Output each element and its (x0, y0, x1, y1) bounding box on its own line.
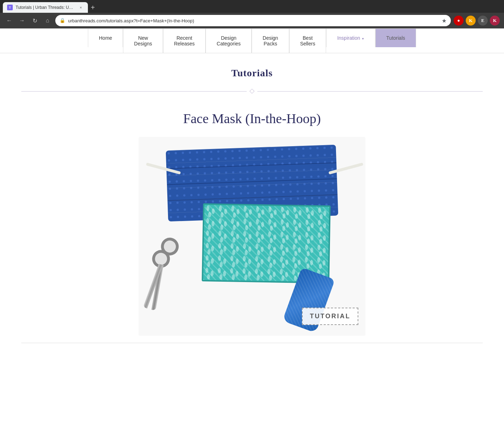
nav-item-recent-releases: RecentReleases (163, 29, 206, 53)
url-text: urbanthreads.com/tutorials.aspx?t=Face+M… (68, 18, 439, 23)
nav-link-design-categories[interactable]: DesignCategories (206, 29, 252, 53)
back-button[interactable]: ← (4, 16, 14, 26)
reload-button[interactable]: ↻ (30, 16, 40, 26)
site-navigation: Home NewDesigns RecentReleases DesignCat… (0, 28, 504, 53)
extension-icon-1[interactable]: ● (454, 16, 464, 26)
tutorial-badge-text: TUTORIAL (310, 313, 351, 320)
page-title-section: Tutorials (0, 53, 504, 86)
bookmark-icon[interactable]: ★ (442, 17, 447, 24)
decorative-divider (21, 89, 483, 93)
nav-link-new-designs[interactable]: NewDesigns (123, 29, 163, 53)
tab-close-button[interactable]: × (78, 5, 84, 10)
nav-item-tutorials: Tutorials (375, 29, 416, 53)
active-tab[interactable]: T Tutorials | Urban Threads: Unique... × (3, 2, 88, 13)
extension-icon-4[interactable]: K (490, 16, 500, 26)
tab-bar: T Tutorials | Urban Threads: Unique... ×… (0, 0, 504, 13)
nav-link-recent-releases[interactable]: RecentReleases (163, 29, 206, 53)
tab-favicon: T (7, 5, 13, 10)
divider-line-right (257, 91, 483, 92)
tutorial-image-container: TUTORIAL (0, 137, 504, 336)
extension-icon-3[interactable]: E (478, 16, 488, 26)
nav-items-list: Home NewDesigns RecentReleases DesignCat… (88, 29, 416, 53)
page-content: Tutorials Face Mask (In-the-Hoop) (0, 53, 504, 343)
bottom-divider (21, 343, 483, 343)
nav-link-inspiration[interactable]: Inspiration ▼ (326, 29, 375, 47)
nav-link-best-sellers[interactable]: BestSellers (289, 29, 326, 53)
extension-icons: ● K E K (454, 16, 500, 26)
tutorial-image: TUTORIAL (139, 137, 365, 336)
nav-item-best-sellers: BestSellers (289, 29, 326, 53)
nav-link-tutorials[interactable]: Tutorials (375, 29, 416, 47)
nav-item-inspiration: Inspiration ▼ (326, 29, 375, 53)
address-bar[interactable]: 🔒 urbanthreads.com/tutorials.aspx?t=Face… (55, 15, 451, 26)
scissors (139, 234, 212, 324)
inspiration-dropdown-arrow: ▼ (362, 37, 364, 40)
nav-item-design-categories: DesignCategories (206, 29, 252, 53)
divider-line-left (21, 91, 247, 92)
nav-item-new-designs: NewDesigns (123, 29, 163, 53)
address-bar-row: ← → ↻ ⌂ 🔒 urbanthreads.com/tutorials.asp… (0, 13, 504, 28)
nav-item-design-packs: DesignPacks (252, 29, 289, 53)
tab-title: Tutorials | Urban Threads: Unique... (16, 5, 75, 10)
tutorial-title: Face Mask (In-the-Hoop) (0, 97, 504, 137)
nav-link-design-packs[interactable]: DesignPacks (252, 29, 289, 53)
new-tab-button[interactable]: + (88, 2, 98, 13)
extension-icon-2[interactable]: K (466, 16, 476, 26)
lock-icon: 🔒 (60, 18, 65, 23)
nav-item-home: Home (88, 29, 123, 53)
divider-diamond (250, 89, 254, 94)
home-nav-button[interactable]: ⌂ (43, 16, 52, 26)
page-title: Tutorials (0, 67, 504, 79)
nav-link-home[interactable]: Home (88, 29, 123, 47)
tutorial-badge: TUTORIAL (302, 308, 358, 325)
forward-button[interactable]: → (17, 16, 27, 26)
